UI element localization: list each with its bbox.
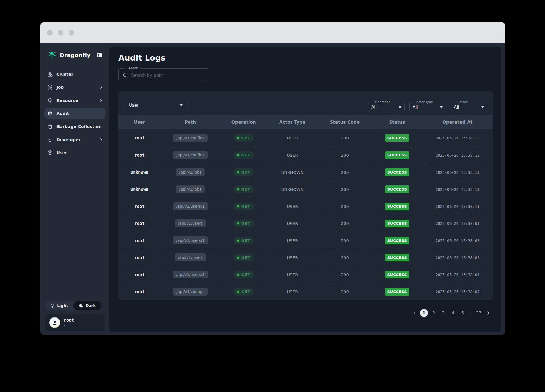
pagination-ellipsis: ... [468,311,473,315]
sidebar: Dragonfly Cluster [40,43,109,335]
cell-operated-at: 2025-06-26 15:38:13 [435,187,479,192]
developer-icon [48,137,53,142]
cell-user: root [134,135,145,141]
operation-chip: GET [233,134,254,142]
operation-dot-icon [237,222,239,224]
table-row: root /api/v1/users GET USER 200 SUCCESS [118,249,493,266]
cell-actor-type: USER [287,290,298,294]
cell-operated-at: 2025-06-26 15:38:03 [435,221,479,226]
filter-type-select[interactable]: User [124,99,187,112]
cell-user: unknown [130,187,148,192]
operation-label: GET [241,238,250,243]
operation-label: GET [241,187,250,191]
operation-chip: GET [233,237,254,244]
operation-chip: GET [233,254,254,261]
pagination-page-4[interactable]: 4 [449,309,457,317]
pagination-page-1[interactable]: 1 [420,309,428,317]
chevron-right-icon [99,138,103,142]
sidebar-item-label: User [56,150,103,155]
sidebar-item-job[interactable]: Job [44,82,105,92]
column-header-status-code: Status Code [318,115,372,129]
pagination-next-button[interactable] [484,309,492,317]
sidebar-item-label: Job [56,85,99,90]
cell-operated-at: 2025-06-26 15:38:03 [435,255,479,260]
sidebar-nav: Cluster Job [40,69,109,160]
table-row: root /api/v1/configs GET USER 200 SUCCES… [118,147,493,164]
operation-dot-icon [237,274,239,276]
window-minimize-button[interactable] [58,30,63,36]
cell-user: root [134,221,145,226]
status-filter-value: All [454,105,459,110]
sidebar-item-garbage-collection[interactable]: Garbage Collection [44,121,105,132]
cell-status-code: 200 [341,255,349,260]
cell-user: root [134,289,145,294]
status-filter-select[interactable]: Status All [451,100,487,112]
cell-user: unknown [130,170,148,175]
cell-status-code: 200 [341,170,349,175]
operation-label: GET [241,204,250,209]
operation-dot-icon [237,291,239,293]
avatar [49,317,60,328]
path-chip: /api/v1/jobs [176,185,204,193]
sidebar-item-audit[interactable]: Audit [44,108,105,119]
main-content: Audit Logs Search User Operation [109,47,501,332]
operation-dot-icon [237,257,239,259]
theme-dark-button[interactable]: Dark [73,301,102,310]
table-header-row: User Path Operation Actor Type Status Co… [118,115,493,129]
pagination-page-5[interactable]: 5 [459,309,467,317]
sidebar-item-resource[interactable]: Resource [44,95,105,106]
cell-actor-type: UNKNOWN [281,187,304,192]
path-chip: /api/v1/users [175,253,206,261]
search-input[interactable] [131,73,205,78]
window-close-button[interactable] [47,30,53,36]
table-row: root /api/v1/users/1 GET USER 200 SUCCES… [118,266,493,283]
pagination-page-3[interactable]: 3 [439,309,447,317]
chevron-down-icon [180,104,183,106]
cell-user: root [134,272,145,277]
sidebar-item-developer[interactable]: Developer [44,134,105,145]
chevron-right-icon [99,98,103,102]
cell-status-code: 200 [341,153,349,158]
cell-operated-at: 2025-06-26 15:38:03 [435,238,479,243]
dragonfly-logo-icon [48,51,56,59]
cell-status-code: 200 [341,136,349,140]
column-header-path: Path [160,115,220,129]
pagination-page-2[interactable]: 2 [430,309,438,317]
job-icon [48,85,53,90]
sidebar-item-cluster[interactable]: Cluster [44,69,105,79]
cell-operated-at: 2025-06-26 15:38:04 [435,290,479,294]
sidebar-item-label: Resource [56,98,99,103]
path-chip: /api/v1/configs [173,134,208,142]
filter-bar: User Operation All Actor Type Al [118,91,493,115]
operation-dot-icon [237,205,239,207]
actor-type-filter-select[interactable]: Actor Type All [409,100,446,112]
cell-actor-type: USER [287,153,298,158]
operation-dot-icon [237,188,239,190]
pagination-page-37[interactable]: 37 [475,309,483,317]
status-badge: SUCCESS [385,271,410,278]
theme-light-button[interactable]: Light [45,301,73,310]
operation-dot-icon [237,137,239,139]
status-badge: SUCCESS [385,220,410,227]
cell-actor-type: USER [287,136,298,140]
sidebar-item-user[interactable]: User [44,147,105,158]
window-maximize-button[interactable] [69,30,74,36]
user-profile-card[interactable]: root - [45,314,105,331]
resource-icon [48,98,53,103]
cell-operated-at: 2025-06-26 15:38:13 [435,204,479,209]
operation-chip: GET [233,220,254,227]
audit-panel: User Operation All Actor Type Al [118,91,493,300]
search-icon [123,73,128,78]
operation-filter-select[interactable]: Operation All [368,100,405,112]
pagination-prev-button[interactable] [411,309,418,317]
status-badge: SUCCESS [385,151,410,159]
operation-dot-icon [237,171,239,173]
path-chip: /api/v1/users [175,219,206,227]
sidebar-collapse-button[interactable] [96,52,103,58]
status-badge: SUCCESS [385,185,410,193]
table-row: unknown /api/v1/jobs GET UNKNOWN 200 SUC… [118,181,493,198]
theme-toggle: Light Dark [45,301,101,310]
cell-user: root [134,255,145,260]
table-row: root /api/v1/users GET USER 200 SUCCESS [118,215,493,232]
path-chip: /api/v1/jobs [176,168,204,176]
